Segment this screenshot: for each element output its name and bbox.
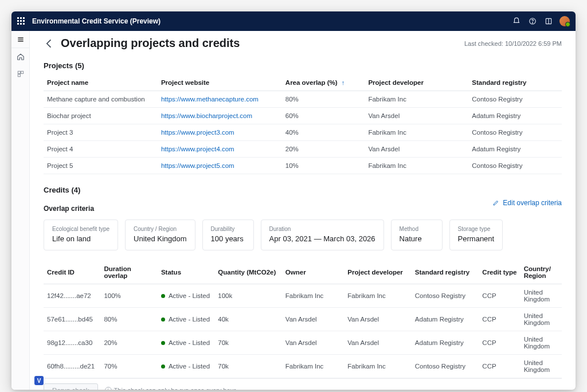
rerun-check-button[interactable]: Rerun check bbox=[44, 383, 98, 390]
col-project-website[interactable]: Project website bbox=[158, 75, 282, 91]
cell-project-developer: Van Arsdel bbox=[365, 141, 468, 158]
project-website-link[interactable]: https://www.project5.com bbox=[161, 162, 234, 169]
table-row[interactable]: 12f42.......ae72100%Active - Listed100kF… bbox=[44, 284, 562, 308]
cell-credit-id: 98g12.......ca30 bbox=[44, 331, 100, 355]
criteria-cards: Ecological benefit typeLife on landCount… bbox=[44, 219, 562, 250]
status-dot-icon bbox=[161, 341, 165, 345]
col-project-name[interactable]: Project name bbox=[44, 75, 158, 91]
cell-credit-registry: Contoso Registry bbox=[412, 355, 479, 378]
cell-project-name: Methane capture and combustion bbox=[44, 91, 158, 108]
cell-credit-type: CCP bbox=[479, 308, 520, 331]
page-title: Overlapping projects and credits bbox=[61, 37, 464, 50]
project-website-link[interactable]: https://www.biocharproject.com bbox=[161, 112, 252, 119]
app-body: Overlapping projects and credits Last ch… bbox=[11, 31, 576, 390]
edit-overlap-criteria-button[interactable]: Edit overlap criteria bbox=[492, 199, 562, 207]
col-quantity[interactable]: Quantity (MtCO2e) bbox=[214, 261, 282, 284]
col-area-overlap[interactable]: Area overlap (%) ↑ bbox=[282, 75, 365, 91]
table-row[interactable]: Biochar projecthttps://www.biocharprojec… bbox=[44, 108, 562, 124]
criteria-card: Storage typePermanent bbox=[449, 219, 503, 250]
cell-credit-developer: Van Arsdel bbox=[344, 308, 412, 331]
projects-table: Project name Project website Area overla… bbox=[44, 75, 562, 174]
cell-project-website: https://www.project3.com bbox=[158, 124, 282, 141]
notifications-icon[interactable] bbox=[509, 14, 524, 29]
col-owner[interactable]: Owner bbox=[282, 261, 344, 284]
cell-area-overlap: 10% bbox=[282, 158, 365, 174]
cell-status: Active - Listed bbox=[158, 331, 214, 355]
cell-area-overlap: 60% bbox=[282, 108, 365, 124]
col-country[interactable]: Country/ Region bbox=[521, 261, 562, 284]
cell-status: Active - Listed bbox=[158, 308, 214, 331]
project-website-link[interactable]: https://www.project3.com bbox=[161, 129, 234, 136]
settings-panel-icon[interactable] bbox=[541, 14, 556, 29]
cell-duration-overlap: 100% bbox=[100, 284, 157, 308]
footer-info-text: This check can only be run once every ho… bbox=[114, 387, 236, 390]
table-row[interactable]: Project 5https://www.project5.com10%Fabr… bbox=[44, 158, 562, 174]
credits-header-row: Credit ID Duration overlap Status Quanti… bbox=[44, 261, 562, 284]
cell-credit-type: CCP bbox=[479, 355, 520, 378]
credits-nav-icon[interactable] bbox=[11, 65, 30, 83]
version-badge[interactable]: V bbox=[34, 376, 44, 385]
cell-project-developer: Fabrikam Inc bbox=[365, 124, 468, 141]
project-website-link[interactable]: https://www.project4.com bbox=[161, 146, 234, 152]
table-row[interactable]: 57e61.......bd4580%Active - Listed40kVan… bbox=[44, 308, 562, 331]
cell-status: Active - Listed bbox=[158, 355, 214, 378]
projects-heading: Projects (5) bbox=[44, 61, 562, 70]
last-checked-label: Last checked: 10/10/2022 6:59 PM bbox=[464, 40, 562, 47]
cell-credit-developer: Fabrikam Inc bbox=[344, 284, 412, 308]
criteria-card: Ecological benefit typeLife on land bbox=[44, 219, 118, 250]
criteria-value: Permanent bbox=[458, 234, 495, 243]
cell-project-website: https://www.project5.com bbox=[158, 158, 282, 174]
cell-country: United Kingdom bbox=[521, 331, 562, 355]
cell-quantity: 40k bbox=[214, 308, 282, 331]
cell-project-website: https://www.biocharproject.com bbox=[158, 108, 282, 124]
cell-project-developer: Fabrikam Inc bbox=[365, 91, 468, 108]
table-row[interactable]: Methane capture and combustionhttps://ww… bbox=[44, 91, 562, 108]
project-website-link[interactable]: https://www.methanecapture.com bbox=[161, 96, 259, 103]
criteria-label: Duration bbox=[269, 226, 375, 232]
criteria-value: United Kingdom bbox=[134, 234, 187, 243]
user-avatar[interactable] bbox=[559, 16, 570, 26]
col-standard-registry[interactable]: Standard registry bbox=[468, 75, 562, 91]
col-duration-overlap[interactable]: Duration overlap bbox=[100, 261, 157, 284]
help-icon[interactable] bbox=[525, 14, 540, 29]
credits-heading: Credits (4) bbox=[44, 186, 562, 194]
cell-quantity: 100k bbox=[214, 284, 282, 308]
cell-project-name: Project 4 bbox=[44, 141, 158, 158]
cell-status: Active - Listed bbox=[158, 284, 214, 308]
table-row[interactable]: Project 3https://www.project3.com40%Fabr… bbox=[44, 124, 562, 141]
projects-header-row: Project name Project website Area overla… bbox=[44, 75, 562, 91]
left-nav-rail bbox=[11, 31, 30, 390]
table-row[interactable]: 60fh8.........de2170%Active - Listed70kF… bbox=[44, 355, 562, 378]
criteria-value: Nature bbox=[400, 234, 434, 243]
nav-toggle-icon[interactable] bbox=[11, 31, 30, 48]
cell-country: United Kingdom bbox=[521, 355, 562, 378]
app-window: Environmental Credit Service (Preview) bbox=[11, 11, 576, 390]
col-credit-type[interactable]: Credit type bbox=[479, 261, 520, 284]
col-credit-developer[interactable]: Project developer bbox=[344, 261, 412, 284]
table-row[interactable]: 98g12.......ca3020%Active - Listed70kVan… bbox=[44, 331, 562, 355]
col-project-developer[interactable]: Project developer bbox=[365, 75, 468, 91]
cell-standard-registry: Contoso Registry bbox=[468, 124, 562, 141]
cell-duration-overlap: 20% bbox=[100, 331, 157, 355]
cell-quantity: 70k bbox=[214, 355, 282, 378]
cell-quantity: 70k bbox=[214, 331, 282, 355]
cell-project-website: https://www.methanecapture.com bbox=[158, 91, 282, 108]
cell-project-name: Project 3 bbox=[44, 124, 158, 141]
col-credit-id[interactable]: Credit ID bbox=[44, 261, 100, 284]
app-launcher-icon[interactable] bbox=[17, 17, 25, 25]
cell-owner: Fabrikam Inc bbox=[282, 284, 344, 308]
col-status[interactable]: Status bbox=[158, 261, 214, 284]
table-row[interactable]: Project 4https://www.project4.com20%Van … bbox=[44, 141, 562, 158]
cell-credit-id: 57e61.......bd45 bbox=[44, 308, 100, 331]
col-credit-registry[interactable]: Standard registry bbox=[412, 261, 479, 284]
cell-credit-developer: Van Arsdel bbox=[344, 331, 412, 355]
cell-standard-registry: Contoso Registry bbox=[468, 91, 562, 108]
cell-owner: Van Arsdel bbox=[282, 308, 344, 331]
criteria-label: Method bbox=[400, 226, 434, 232]
criteria-card: Durability100 years bbox=[202, 219, 254, 250]
criteria-card: Country / RegionUnited Kingdom bbox=[125, 219, 195, 250]
home-icon[interactable] bbox=[11, 48, 30, 65]
back-button[interactable] bbox=[44, 38, 55, 49]
main-content: Overlapping projects and credits Last ch… bbox=[30, 31, 576, 390]
criteria-value: Apr 03, 2021 — March 03, 2026 bbox=[269, 234, 375, 243]
